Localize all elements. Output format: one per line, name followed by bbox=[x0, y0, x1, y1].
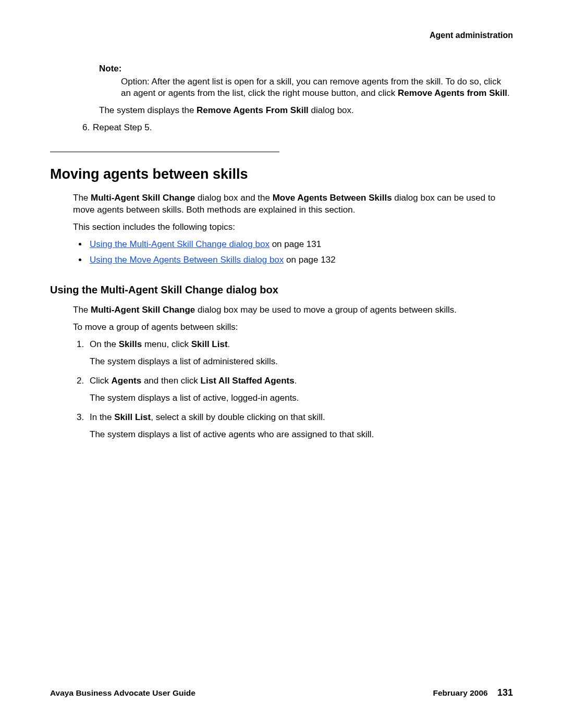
topics-lead: This section includes the following topi… bbox=[73, 221, 513, 233]
sys-pre: The system displays the bbox=[99, 105, 197, 115]
step-3-result: The system displays a list of active age… bbox=[90, 429, 513, 441]
s3-t2: , select a skill by double clicking on t… bbox=[151, 412, 325, 422]
footer-date: February 2006 bbox=[433, 688, 488, 697]
topic-link-1[interactable]: Using the Multi-Agent Skill Change dialo… bbox=[90, 239, 270, 249]
step-1-line: On the Skills menu, click Skill List. bbox=[90, 339, 230, 349]
intro-b2: Move Agents Between Skills bbox=[273, 193, 392, 203]
s3-b1: Skill List bbox=[114, 412, 151, 422]
steps-list: On the Skills menu, click Skill List. Th… bbox=[50, 339, 513, 441]
step-3: In the Skill List, select a skill by dou… bbox=[87, 412, 513, 441]
note-text-bold: Remove Agents from Skill bbox=[398, 88, 507, 98]
sub-intro-b1: Multi-Agent Skill Change bbox=[91, 305, 195, 315]
topic-item: Using the Multi-Agent Skill Change dialo… bbox=[88, 239, 513, 251]
step-2: Click Agents and then click List All Sta… bbox=[87, 375, 513, 404]
document-page: Agent administration Note: Option: After… bbox=[0, 0, 563, 728]
step-1-result: The system displays a list of administer… bbox=[90, 356, 513, 368]
sys-bold: Remove Agents From Skill bbox=[197, 105, 309, 115]
sub-intro-t2: dialog box may be used to move a group o… bbox=[195, 305, 457, 315]
note-body: Option: After the agent list is open for… bbox=[121, 76, 513, 100]
intro-para: The Multi-Agent Skill Change dialog box … bbox=[73, 192, 513, 216]
s1-t2: menu, click bbox=[142, 339, 191, 349]
step-6-text: Repeat Step 5. bbox=[93, 122, 152, 132]
running-header: Agent administration bbox=[50, 30, 513, 41]
step-6: 6.Repeat Step 5. bbox=[82, 122, 513, 134]
steps-lead: To move a group of agents between skills… bbox=[73, 322, 513, 334]
s2-b2: List All Staffed Agents bbox=[201, 376, 295, 386]
system-displays-para: The system displays the Remove Agents Fr… bbox=[99, 105, 513, 117]
s2-t3: . bbox=[295, 376, 297, 386]
s2-t2: and then click bbox=[141, 376, 200, 386]
topic-suffix-1: on page 131 bbox=[270, 239, 321, 249]
topic-suffix-2: on page 132 bbox=[284, 255, 335, 265]
subsection-body: The Multi-Agent Skill Change dialog box … bbox=[73, 304, 513, 334]
s3-t1: In the bbox=[90, 412, 114, 422]
step-2-result: The system displays a list of active, lo… bbox=[90, 392, 513, 404]
step-6-number: 6. bbox=[82, 122, 93, 134]
note-text-post: . bbox=[507, 88, 510, 98]
section-divider bbox=[50, 152, 279, 152]
step-3-line: In the Skill List, select a skill by dou… bbox=[90, 412, 325, 422]
s2-t1: Click bbox=[90, 376, 112, 386]
intro-t2: dialog box and the bbox=[195, 193, 272, 203]
s1-t3: . bbox=[228, 339, 230, 349]
topics-list: Using the Multi-Agent Skill Change dialo… bbox=[50, 239, 513, 267]
subsection-heading: Using the Multi-Agent Skill Change dialo… bbox=[50, 283, 513, 297]
footer-page-number: 131 bbox=[497, 687, 513, 698]
step-1: On the Skills menu, click Skill List. Th… bbox=[87, 339, 513, 368]
footer-right: February 2006 131 bbox=[433, 686, 513, 699]
s1-t1: On the bbox=[90, 339, 119, 349]
s1-b1: Skills bbox=[119, 339, 142, 349]
step-2-line: Click Agents and then click List All Sta… bbox=[90, 376, 297, 386]
footer-guide-title: Avaya Business Advocate User Guide bbox=[50, 688, 195, 699]
sys-post: dialog box. bbox=[309, 105, 354, 115]
page-footer: Avaya Business Advocate User Guide Febru… bbox=[50, 686, 513, 699]
sub-intro-t1: The bbox=[73, 305, 91, 315]
intro-t1: The bbox=[73, 193, 91, 203]
sub-intro-para: The Multi-Agent Skill Change dialog box … bbox=[73, 304, 513, 316]
s1-b2: Skill List bbox=[191, 339, 228, 349]
topic-item: Using the Move Agents Between Skills dia… bbox=[88, 254, 513, 266]
topic-link-2[interactable]: Using the Move Agents Between Skills dia… bbox=[90, 255, 284, 265]
intro-b1: Multi-Agent Skill Change bbox=[91, 193, 195, 203]
s2-b1: Agents bbox=[112, 376, 142, 386]
note-block: Note: Option: After the agent list is op… bbox=[99, 63, 513, 100]
section-heading: Moving agents between skills bbox=[50, 165, 513, 183]
section-body: The Multi-Agent Skill Change dialog box … bbox=[73, 192, 513, 233]
note-label: Note: bbox=[99, 63, 513, 75]
